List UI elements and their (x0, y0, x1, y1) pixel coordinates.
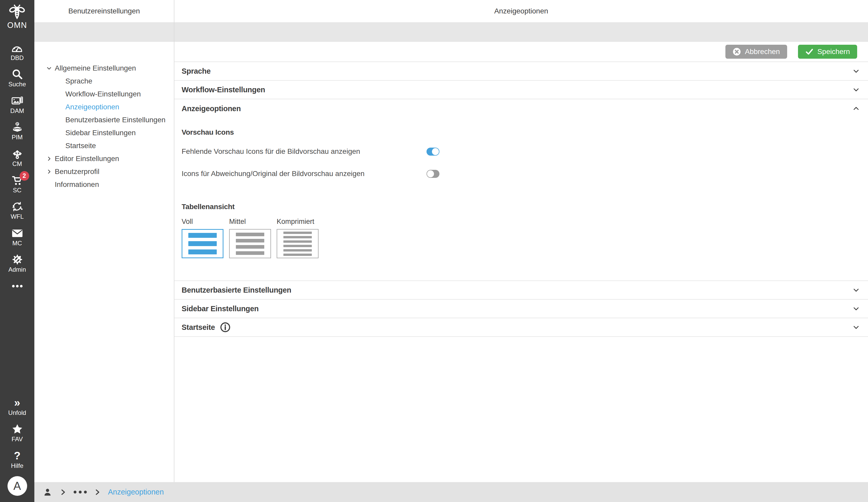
tree-item-label: Editor Einstellungen (55, 154, 119, 163)
settings-sidebar: Benutzereinstellungen Allgemeine Einstel… (34, 0, 174, 482)
close-circle-icon (733, 48, 741, 56)
rail-item-label: SC (13, 187, 21, 194)
rail-item-mc[interactable]: MC (11, 227, 23, 247)
save-button[interactable]: Speichern (798, 45, 857, 59)
chevron-down-icon (852, 86, 860, 93)
vorschau-icons-heading: Vorschau Icons (182, 128, 868, 137)
table-view-thumbnail-voll (182, 229, 224, 258)
rail-item-label: Unfold (8, 410, 26, 416)
breadcrumb-current[interactable]: Anzeigeoptionen (108, 488, 164, 496)
tree-item-workflow-einstellungen[interactable]: Workflow-Einstellungen (34, 88, 174, 101)
tree-item-label: Sprache (65, 77, 92, 85)
tree-item-label: Benutzerprofil (55, 168, 100, 176)
rail-item-wfl[interactable]: WFL (11, 201, 24, 220)
option-label: Voll (182, 218, 224, 226)
table-view-option-voll[interactable]: Voll (182, 218, 224, 258)
accordion-benutzerbasierte-einstellungen[interactable]: Benutzerbasierte Einstellungen (174, 281, 868, 300)
toolbar: Abbrechen Speichern (174, 42, 868, 62)
accordion-label: Benutzerbasierte Einstellungen (182, 286, 291, 294)
accordion-workflow-einstellungen[interactable]: Workflow-Einstellungen (174, 81, 868, 99)
rail-item-label: WFL (11, 213, 24, 220)
rail-item-sc[interactable]: 2 SC (11, 174, 23, 194)
rail-item-suche[interactable]: Suche (8, 68, 26, 88)
accordion-label: Startseite (182, 323, 215, 332)
chevron-right-icon (60, 489, 66, 495)
tree-item-startseite[interactable]: Startseite (34, 139, 174, 152)
rail-item-fav[interactable]: FAV (11, 423, 23, 443)
rail-item-label: DBD (11, 54, 24, 61)
rail-item-admin[interactable]: Admin (8, 253, 26, 273)
cancel-button[interactable]: Abbrechen (725, 45, 787, 59)
tree-item-label: Startseite (65, 142, 96, 150)
empty-area (174, 337, 868, 482)
tabellenansicht-heading: Tabellenansicht (182, 203, 868, 211)
chevron-down-icon (852, 68, 860, 75)
accordion-label: Sprache (182, 67, 210, 76)
chevron-right-icon (46, 169, 52, 174)
option-label: Komprimiert (277, 218, 319, 226)
omn-logo[interactable]: OMN (7, 4, 27, 30)
tree-item-label: Workflow-Einstellungen (65, 90, 141, 98)
table-view-option-mittel[interactable]: Mittel (229, 218, 271, 258)
option-label: Mittel (229, 218, 271, 226)
toggle-knob (427, 170, 434, 177)
rail-item-label: Suche (8, 81, 26, 88)
icon-rail: OMN DBD Suche (0, 0, 34, 502)
toggle-fehlende-vorschau-icons[interactable] (426, 148, 440, 155)
gear-wrench-icon (11, 253, 23, 265)
toggle-label: Fehlende Vorschau Icons für die Bildvors… (182, 147, 426, 155)
accordion-label: Anzeigeoptionen (182, 104, 241, 113)
rail-item-dbd[interactable]: DBD (11, 42, 24, 61)
accordion-anzeigeoptionen[interactable]: Anzeigeoptionen (174, 99, 868, 118)
accordion-startseite[interactable]: Startseite (174, 318, 868, 337)
rail-item-label: Hilfe (11, 462, 23, 469)
rail-item-more[interactable] (11, 280, 23, 292)
tree-item-anzeigeoptionen[interactable]: Anzeigeoptionen (34, 101, 174, 113)
accordion-sprache[interactable]: Sprache (174, 62, 868, 81)
chevron-down-icon (852, 305, 860, 312)
tree-item-sidebar-einstellungen[interactable]: Sidebar Einstellungen (34, 127, 174, 139)
tree-item-informationen[interactable]: Informationen (34, 178, 174, 191)
tree-item-label: Anzeigeoptionen (65, 103, 119, 111)
chevron-right-icon (94, 489, 101, 495)
bee-icon (9, 4, 25, 20)
cart-badge: 2 (20, 171, 29, 181)
user-avatar[interactable]: A (8, 476, 27, 496)
double-chevron-right-icon: » (14, 397, 20, 409)
table-view-thumbnail-komprimiert (277, 229, 319, 258)
tree-item-benutzerbasierte-einstellungen[interactable]: Benutzerbasierte Einstellungen (34, 113, 174, 127)
rail-item-unfold[interactable]: » Unfold (8, 397, 26, 416)
app-window: OMN DBD Suche (0, 0, 868, 502)
settings-tree: Allgemeine Einstellungen Sprache Workflo… (34, 42, 174, 191)
tree-item-label: Benutzerbasierte Einstellungen (65, 116, 166, 124)
tree-item-sprache[interactable]: Sprache (34, 75, 174, 88)
table-view-options: Voll Mittel Komprimiert (182, 218, 868, 258)
ellipsis-icon (11, 280, 23, 292)
user-icon[interactable] (43, 487, 52, 497)
rail-item-pim[interactable]: P PIM (11, 121, 23, 141)
content-row: Benutzereinstellungen Allgemeine Einstel… (34, 0, 868, 482)
chevron-right-icon (46, 156, 52, 162)
anzeigeoptionen-panel: Vorschau Icons Fehlende Vorschau Icons f… (174, 118, 868, 281)
table-view-option-komprimiert[interactable]: Komprimiert (277, 218, 319, 258)
breadcrumb-ellipsis[interactable] (74, 491, 87, 493)
accordion-sidebar-einstellungen[interactable]: Sidebar Einstellungen (174, 300, 868, 318)
info-icon[interactable] (220, 322, 231, 333)
rail-item-hilfe[interactable]: ? Hilfe (11, 450, 23, 469)
table-view-thumbnail-mittel (229, 229, 271, 258)
tree-item-editor-einstellungen[interactable]: Editor Einstellungen (34, 152, 174, 165)
chevron-down-icon (852, 287, 860, 294)
product-box-icon: P (11, 121, 23, 133)
rail-item-label: Admin (8, 266, 26, 273)
toggle-row-fehlende-vorschau: Fehlende Vorschau Icons für die Bildvors… (182, 144, 868, 159)
rail-item-cm[interactable]: CM (11, 148, 23, 167)
check-icon (805, 48, 814, 56)
dashboard-icon (11, 42, 23, 54)
omn-logo-label: OMN (7, 21, 27, 30)
tree-item-allgemeine-einstellungen[interactable]: Allgemeine Einstellungen (34, 62, 174, 75)
sidebar-title: Benutzereinstellungen (34, 0, 174, 22)
rail-item-dam[interactable]: DAM (10, 95, 24, 114)
branch-arrows-icon (11, 148, 23, 160)
toggle-abweichung-original-icons[interactable] (426, 170, 440, 178)
tree-item-benutzerprofil[interactable]: Benutzerprofil (34, 165, 174, 178)
